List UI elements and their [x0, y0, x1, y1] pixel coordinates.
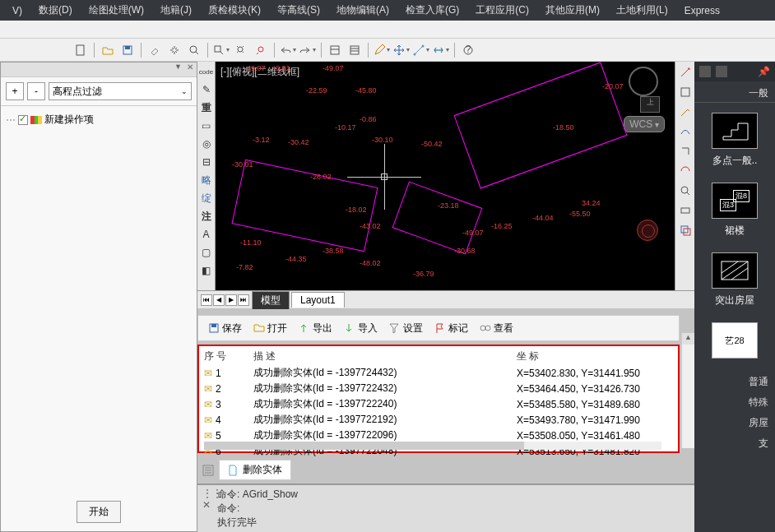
tab-first-icon[interactable]: ⏮ [201, 294, 212, 306]
table-row[interactable]: ✉ 1成功删除实体(Id = -1397724432)X=53402.830, … [199, 365, 678, 381]
save-button[interactable]: 保存 [205, 320, 245, 337]
tool-icon[interactable] [677, 222, 694, 238]
new-doc-icon[interactable] [72, 41, 90, 59]
pick-icon[interactable]: ✎ [198, 81, 215, 98]
panel-dropdown[interactable]: ▼ [174, 62, 182, 76]
zoom-prev-icon[interactable] [252, 41, 270, 59]
tab-next-icon[interactable]: ▶ [225, 294, 237, 306]
props-icon[interactable] [326, 41, 344, 59]
mark-button[interactable]: 标记 [431, 320, 471, 337]
settings-button[interactable]: 设置 [386, 320, 426, 337]
note-icon[interactable]: 注 [198, 208, 215, 224]
move-icon[interactable] [392, 41, 411, 59]
tool-icon[interactable] [677, 183, 694, 199]
menu-item[interactable]: 等高线(S) [269, 3, 328, 17]
menu-item[interactable]: 质检模块(K) [200, 3, 269, 17]
filter-combo[interactable]: 高程点过滤⌄ [49, 82, 192, 100]
polyline-entity[interactable] [392, 182, 483, 255]
menu-item[interactable]: 其他应用(M) [537, 3, 608, 17]
palette-item[interactable]: 混8混3裙楼 [694, 173, 775, 243]
table-row[interactable]: ✉ 3成功删除实体(Id = -1397722240)X=53485.580, … [199, 396, 678, 412]
open-icon[interactable] [99, 41, 117, 59]
open-button[interactable]: 打开 [250, 320, 290, 337]
zoom-icon[interactable] [185, 41, 203, 59]
start-button[interactable]: 开始 [77, 501, 121, 523]
menu-item[interactable]: 检查入库(G) [397, 3, 467, 17]
menu-item[interactable]: 地籍(J) [152, 3, 200, 17]
tool-icon[interactable] [677, 64, 694, 81]
command-line[interactable]: ⋮⋮✕ 命令: AGrid_Show 命令: 执行完毕 [197, 483, 694, 532]
eraser-icon[interactable] [146, 41, 164, 59]
tab-model[interactable]: 模型 [252, 291, 290, 309]
zoom-window-icon[interactable] [212, 41, 230, 59]
tree-item[interactable]: ⋯ 新建操作项 [6, 111, 192, 128]
table-row[interactable]: ✉ 4成功删除实体(Id = -1397722192)X=53493.780, … [199, 412, 678, 428]
checkbox-icon[interactable] [18, 115, 28, 125]
tab-layout1[interactable]: Layout1 [291, 292, 345, 308]
menu-item[interactable]: Express [676, 5, 728, 16]
menu-item[interactable]: V) [4, 5, 30, 16]
menu-item[interactable]: 绘图处理(W) [81, 3, 152, 17]
code-icon[interactable]: code [198, 63, 215, 80]
tab-last-icon[interactable]: ⏭ [238, 294, 249, 306]
view-axis-label[interactable]: 上 [640, 96, 660, 113]
remove-button[interactable]: - [27, 82, 45, 100]
help-icon[interactable]: ? [459, 41, 477, 59]
misc-icon[interactable]: ◧ [198, 262, 215, 279]
table-row[interactable]: ✉ 2成功删除实体(Id = -1397722432)X=53464.450, … [199, 381, 678, 396]
export-button[interactable]: 导出 [295, 320, 336, 337]
menu-item[interactable]: 地物编辑(A) [328, 3, 397, 17]
tool-icon[interactable] [677, 84, 694, 100]
measure-icon[interactable] [412, 41, 430, 59]
undo-icon[interactable] [279, 41, 297, 59]
wcs-badge[interactable]: WCS ▾ [624, 116, 665, 132]
grip-icon[interactable]: ⋮⋮✕ [202, 488, 217, 530]
pan-icon[interactable] [165, 41, 183, 59]
palette-category[interactable]: 房屋 [694, 413, 775, 433]
palette-category[interactable]: 普通 [694, 372, 775, 392]
tool-icon[interactable] [677, 143, 694, 160]
add-button[interactable]: + [6, 82, 24, 100]
box-icon[interactable]: ▭ [198, 118, 215, 134]
palette-item[interactable]: 多点一般.. [694, 103, 775, 173]
scale-icon[interactable]: 绽 [198, 190, 215, 206]
tab-prev-icon[interactable]: ◀ [213, 294, 225, 306]
pencil-icon[interactable] [373, 41, 391, 59]
palette-item[interactable]: 艺28 [694, 312, 775, 368]
tool-icon[interactable] [677, 104, 694, 120]
reset-icon[interactable]: 重 [198, 99, 215, 116]
menu-item[interactable]: 工程应用(C) [467, 3, 537, 17]
menu-item[interactable]: 数据(D) [30, 3, 81, 17]
v-scrollbar[interactable]: ▲ [681, 333, 694, 448]
slider-icon[interactable]: ⊟ [198, 154, 215, 170]
sheet-icon[interactable] [346, 41, 364, 59]
save-icon[interactable] [118, 41, 137, 59]
palette-pin-icon[interactable]: 📌 [758, 66, 770, 77]
view-cube-icon[interactable] [629, 67, 658, 96]
tool-icon[interactable] [677, 163, 694, 179]
redo-icon[interactable] [299, 41, 317, 59]
reduce-icon[interactable]: 略 [198, 172, 215, 188]
tool-icon[interactable] [677, 123, 694, 140]
palette-list-icon[interactable] [699, 66, 711, 77]
menu-item[interactable]: 土地利用(L) [608, 3, 676, 17]
circles-icon[interactable]: ◎ [198, 136, 215, 152]
text-icon[interactable]: A [198, 226, 215, 243]
import-button[interactable]: 导入 [341, 320, 381, 337]
snap-icon[interactable] [432, 41, 450, 59]
h-scrollbar[interactable] [204, 442, 661, 450]
nav-wheel-icon[interactable] [637, 220, 658, 241]
palette-grid-icon[interactable] [716, 66, 727, 77]
palette-category[interactable]: 支 [694, 433, 775, 454]
tool-icon[interactable] [677, 202, 694, 219]
tab-delete-entity[interactable]: 删除实体 [219, 460, 291, 480]
zoom-extent-icon[interactable] [232, 41, 250, 59]
polyline-entity[interactable] [453, 62, 627, 188]
drawing-canvas[interactable]: [-][俯视][二维线框] 上 WCS ▾ -49.07-6.81-49.07-… [216, 62, 675, 290]
palette-item[interactable]: 突出房屋 [694, 243, 775, 312]
rect-icon[interactable]: ▢ [198, 244, 215, 261]
panel-close-icon[interactable]: ✕ [187, 62, 193, 76]
list-icon[interactable] [202, 465, 214, 476]
palette-category[interactable]: 特殊 [694, 392, 775, 413]
view-button[interactable]: 查看 [476, 320, 517, 337]
